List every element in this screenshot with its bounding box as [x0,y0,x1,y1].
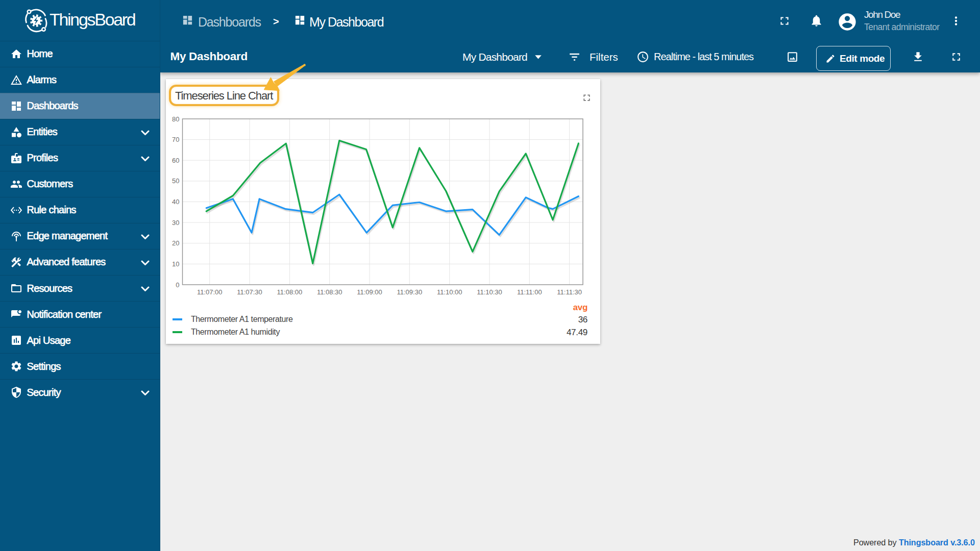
svg-text:11:07:30: 11:07:30 [237,288,262,296]
svg-text:30: 30 [172,219,179,227]
svg-text:11:11:30: 11:11:30 [557,288,582,296]
svg-text:11:10:30: 11:10:30 [477,288,502,296]
svg-text:11:11:00: 11:11:00 [517,288,542,296]
svg-text:40: 40 [172,198,179,206]
svg-text:11:10:00: 11:10:00 [437,288,462,296]
svg-text:0: 0 [176,281,179,289]
svg-text:11:09:00: 11:09:00 [357,288,382,296]
svg-text:80: 80 [172,115,179,123]
svg-text:10: 10 [172,260,179,268]
svg-text:50: 50 [172,177,179,185]
svg-text:11:08:30: 11:08:30 [317,288,342,296]
svg-text:70: 70 [172,136,179,143]
svg-text:11:07:00: 11:07:00 [197,288,223,296]
svg-text:20: 20 [172,239,179,247]
svg-text:11:09:30: 11:09:30 [397,288,422,296]
svg-text:11:08:00: 11:08:00 [277,288,303,296]
svg-text:60: 60 [172,157,179,164]
